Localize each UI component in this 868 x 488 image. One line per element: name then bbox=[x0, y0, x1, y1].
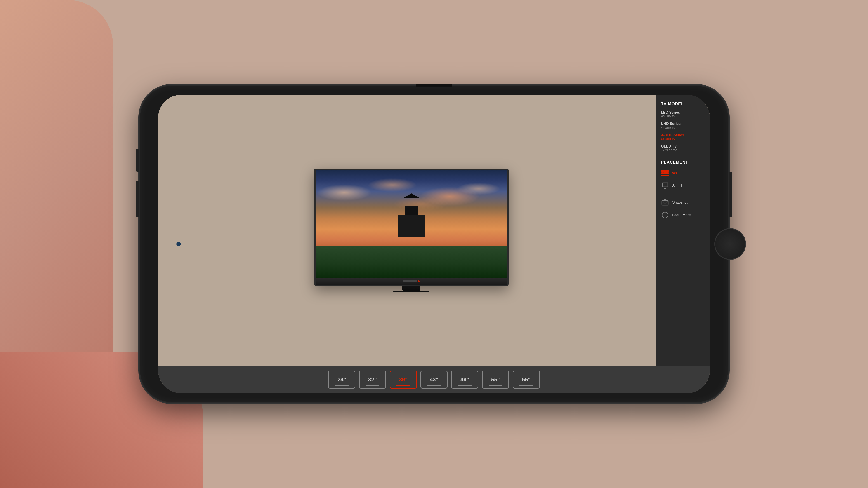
placement-wall[interactable]: Wall bbox=[655, 167, 710, 180]
sidebar-divider-2 bbox=[661, 194, 704, 194]
brick-icon-graphic bbox=[661, 170, 669, 176]
castle-body bbox=[398, 215, 425, 237]
tv-castle bbox=[389, 215, 434, 251]
svg-point-5 bbox=[667, 201, 668, 202]
power-button[interactable] bbox=[729, 172, 732, 217]
top-speaker bbox=[416, 85, 452, 87]
svg-point-4 bbox=[664, 202, 666, 204]
phone-screen: TV MODEL LED Series HD LED TV UHD Series… bbox=[158, 95, 710, 393]
size-43-label: 43" bbox=[430, 377, 438, 383]
stand-svg bbox=[661, 182, 669, 190]
sidebar-item-oled[interactable]: OLED TV 4K OLED TV bbox=[655, 142, 710, 154]
tv-display-area bbox=[158, 95, 655, 366]
oled-subtitle: 4K OLED TV bbox=[661, 149, 704, 152]
size-24-label: 24" bbox=[338, 377, 346, 383]
led-series-subtitle: HD LED TV bbox=[661, 115, 704, 118]
brick-row-3 bbox=[661, 175, 669, 176]
size-selector-bar: 24" 32" 39" 43" 49" 55" bbox=[158, 366, 710, 393]
size-65-button[interactable]: 65" bbox=[513, 370, 540, 389]
castle-roof bbox=[403, 193, 419, 198]
sidebar-divider bbox=[661, 156, 704, 156]
tv-frame bbox=[314, 168, 508, 286]
tv-container bbox=[314, 168, 508, 292]
size-55-label: 55" bbox=[491, 377, 500, 383]
wall-label: Wall bbox=[672, 171, 680, 175]
sidebar-item-xuhd[interactable]: X-UHD Series 4K UHD TV bbox=[655, 131, 710, 142]
placement-heading: PLACEMENT bbox=[655, 158, 710, 167]
brick-wall-icon bbox=[661, 169, 669, 177]
uhd-series-name: UHD Series bbox=[661, 122, 704, 126]
tv-base bbox=[393, 291, 430, 292]
learn-more-label: Learn More bbox=[672, 213, 691, 217]
stand-icon bbox=[661, 182, 669, 190]
uhd-series-subtitle: 4K UHD TV bbox=[661, 126, 704, 129]
xuhd-series-name: X-UHD Series bbox=[661, 133, 704, 137]
sidebar-item-led[interactable]: LED Series HD LED TV bbox=[655, 109, 710, 120]
learn-more-action[interactable]: Learn More bbox=[655, 209, 710, 221]
led-series-name: LED Series bbox=[661, 110, 704, 115]
size-49-button[interactable]: 49" bbox=[451, 370, 478, 389]
sidebar: TV MODEL LED Series HD LED TV UHD Series… bbox=[655, 95, 710, 366]
tv-stand bbox=[402, 286, 421, 291]
svg-rect-0 bbox=[662, 183, 668, 187]
svg-point-8 bbox=[665, 213, 665, 214]
placement-stand[interactable]: Stand bbox=[655, 180, 710, 192]
size-65-label: 65" bbox=[522, 377, 530, 383]
phone-device: TV MODEL LED Series HD LED TV UHD Series… bbox=[140, 86, 728, 402]
oled-name: OLED TV bbox=[661, 144, 704, 149]
snapshot-label: Snapshot bbox=[672, 200, 688, 204]
tv-screen bbox=[315, 170, 507, 278]
phone-wrapper: TV MODEL LED Series HD LED TV UHD Series… bbox=[140, 86, 728, 402]
size-32-button[interactable]: 32" bbox=[359, 370, 386, 389]
volume-down-button[interactable] bbox=[136, 181, 139, 217]
size-39-label: 39" bbox=[399, 377, 408, 383]
tv-model-heading: TV MODEL bbox=[655, 99, 710, 109]
size-32-label: 32" bbox=[368, 377, 377, 383]
snapshot-action[interactable]: Snapshot bbox=[655, 196, 710, 209]
app-screen: TV MODEL LED Series HD LED TV UHD Series… bbox=[158, 95, 710, 393]
info-icon bbox=[661, 211, 669, 219]
volume-up-button[interactable] bbox=[136, 149, 139, 172]
info-svg bbox=[661, 212, 669, 219]
camera-icon bbox=[661, 198, 669, 206]
size-43-button[interactable]: 43" bbox=[421, 370, 447, 389]
home-button[interactable] bbox=[714, 228, 746, 260]
size-24-button[interactable]: 24" bbox=[328, 370, 355, 389]
stand-label: Stand bbox=[672, 184, 682, 188]
tv-background-image bbox=[315, 170, 507, 278]
brick-row-1 bbox=[661, 170, 669, 172]
size-55-button[interactable]: 55" bbox=[482, 370, 509, 389]
size-39-button[interactable]: 39" bbox=[390, 370, 417, 389]
size-49-label: 49" bbox=[460, 377, 469, 383]
front-camera-icon bbox=[176, 242, 181, 246]
tv-power-indicator bbox=[418, 281, 420, 282]
tv-brand-logo bbox=[403, 280, 417, 283]
castle-tower bbox=[405, 206, 418, 215]
main-content-area: TV MODEL LED Series HD LED TV UHD Series… bbox=[158, 95, 710, 366]
camera-svg bbox=[661, 199, 669, 206]
tv-bottom-bar bbox=[315, 278, 507, 285]
brick-row-2 bbox=[661, 172, 669, 174]
xuhd-series-subtitle: 4K UHD TV bbox=[661, 138, 704, 141]
sidebar-item-uhd[interactable]: UHD Series 4K UHD TV bbox=[655, 120, 710, 131]
